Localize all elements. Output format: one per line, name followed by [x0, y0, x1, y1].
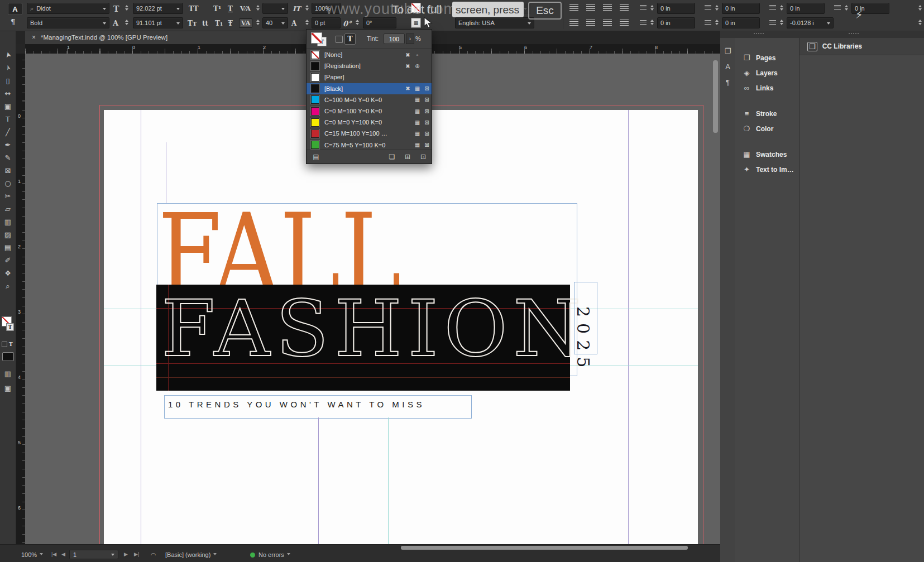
horizontal-scrollbar[interactable] [401, 546, 688, 550]
character-formatting-button[interactable]: A [8, 3, 22, 15]
align-right-button[interactable] [603, 4, 612, 11]
close-tab-icon[interactable]: × [32, 33, 36, 41]
swatch-row[interactable]: C=0 M=100 Y=0 K=0 ▦ ⊠ [307, 105, 432, 117]
leading-stepper[interactable] [123, 17, 130, 27]
space-before-field[interactable]: 0 in [787, 3, 825, 14]
vertical-scale-stepper[interactable] [304, 3, 310, 13]
swatch-row[interactable]: [None] ✖ ▫ [307, 49, 432, 60]
panel-tab[interactable]: ◈ Layers [735, 65, 799, 80]
ruler-origin-box[interactable] [16, 44, 26, 54]
table-icon[interactable]: ▦ [411, 18, 421, 28]
font-style-combo[interactable]: Bold [27, 17, 109, 28]
text-proxy-small-icon[interactable]: T [9, 342, 13, 347]
kerning-stepper[interactable] [255, 3, 261, 13]
fashion-headline[interactable]: FASHION [161, 290, 587, 368]
tint-field[interactable]: 100 [384, 33, 405, 44]
lightning-icon[interactable]: ⚡ [855, 8, 863, 21]
left-indent-field[interactable]: 0 in [657, 3, 695, 14]
tracking-field[interactable]: 40 [262, 17, 288, 28]
swatch-row[interactable]: C=15 M=100 Y=100 … ▦ ⊠ [307, 128, 432, 139]
formatting-affects-row[interactable]: T [2, 341, 14, 348]
formatting-affects-container-icon[interactable] [336, 36, 343, 43]
leading-field[interactable]: 91.101 pt [133, 17, 183, 28]
align-towards-spine-button[interactable] [620, 20, 629, 26]
paragraph-formatting-button[interactable]: ¶ [11, 18, 15, 26]
first-line-indent-stepper[interactable] [649, 17, 655, 27]
swatch-views-icon[interactable]: ▤ [311, 153, 321, 161]
language-combo[interactable]: English: USA [455, 17, 534, 28]
edge-stepper-2[interactable] [917, 17, 923, 27]
collapsed-panel-2[interactable]: A [722, 61, 733, 72]
first-page-button[interactable]: |◀ [51, 551, 56, 557]
first-line-indent-field[interactable]: 0 in [657, 17, 695, 28]
new-swatch-icon[interactable]: ⊞ [403, 153, 413, 161]
swatch-row[interactable]: C=0 M=0 Y=100 K=0 ▦ ⊠ [307, 117, 432, 128]
preflight-menu-icon[interactable]: ◠ [151, 551, 156, 559]
align-left-button[interactable] [569, 4, 578, 11]
previous-page-button[interactable]: ◀ [61, 551, 65, 557]
document-tab[interactable]: × *ManagingText.indd @ 100% [GPU Preview… [25, 31, 307, 44]
year-text[interactable]: 2025 [573, 306, 593, 373]
baseline-shift-stepper[interactable] [304, 17, 310, 27]
new-color-group-icon[interactable]: ❏ [387, 153, 397, 161]
delete-swatch-icon[interactable]: ⊡ [418, 153, 428, 161]
subtitle-text[interactable]: 10 TRENDS YOU WON'T WANT TO MISS [168, 400, 425, 409]
dock-grip[interactable] [754, 33, 764, 34]
subscript-button[interactable]: T₁ [215, 20, 223, 27]
swatch-row[interactable]: [Paper] [307, 71, 432, 83]
grid-offset-stepper[interactable] [778, 17, 784, 27]
vertical-ruler[interactable]: 0 1 2 3 4 5 6 [16, 54, 25, 544]
margin-guide-left[interactable] [141, 110, 141, 544]
view-options-button[interactable]: ▥ [2, 368, 14, 380]
panel-tab[interactable]: ≡ Stroke [735, 106, 799, 121]
collapsed-panel-1[interactable]: ❐ [722, 46, 733, 56]
last-line-indent-field[interactable]: 0 in [722, 17, 760, 28]
justify-right-button[interactable] [586, 20, 595, 26]
font-family-combo[interactable]: ⌕ Didot [27, 3, 109, 14]
skew-field[interactable]: 0° [363, 17, 396, 28]
panel-tab[interactable]: ❐ Pages [735, 50, 799, 65]
tracking-stepper[interactable] [255, 17, 261, 27]
preflight-profile[interactable]: [Basic] (working) [165, 551, 217, 558]
text-proxy-icon[interactable]: T [6, 323, 14, 331]
strikethrough-button[interactable]: Ŧ [228, 20, 233, 27]
presentation-button[interactable]: ▣ [2, 382, 14, 394]
preflight-status[interactable]: No errors [250, 551, 290, 558]
space-after-stepper[interactable] [843, 3, 849, 13]
zoom-level[interactable]: 100% [21, 551, 43, 558]
lower-guide-cyan[interactable] [388, 417, 389, 544]
font-size-field[interactable]: 92.022 pt [133, 3, 183, 14]
panel-tab[interactable]: ❍ Color [735, 121, 799, 136]
fill-none-proxy-icon[interactable] [311, 32, 322, 44]
grid-offset-field[interactable]: -0.0128 i [787, 17, 834, 28]
cc-libraries-header[interactable]: ❒ CC Libraries [799, 38, 924, 55]
panel-tab[interactable]: ∞ Links [735, 80, 799, 95]
justify-left-button[interactable] [620, 4, 629, 11]
edge-stepper-1[interactable] [917, 3, 923, 13]
right-indent-stepper[interactable] [714, 3, 720, 13]
underline-button[interactable]: T [228, 5, 233, 13]
skew-stepper[interactable] [354, 17, 360, 27]
baseline-shift-field[interactable]: 0 pt [312, 17, 341, 28]
left-indent-stepper[interactable] [649, 3, 655, 13]
justify-center-button[interactable] [569, 20, 578, 26]
fill-stroke-proxy[interactable]: T [2, 316, 14, 331]
tint-dropdown-arrow[interactable]: › [406, 33, 414, 44]
page-number-field[interactable]: 1 [69, 550, 118, 559]
vertical-scrollbar[interactable] [713, 60, 718, 133]
container-proxy-icon[interactable] [2, 342, 7, 347]
swatch-row[interactable]: [Black] ✖ ▦ ⊠ [307, 83, 432, 94]
lower-guide-purple[interactable] [318, 417, 319, 544]
last-line-indent-stepper[interactable] [714, 17, 720, 27]
collapsed-panel-3[interactable]: ¶ [722, 77, 733, 88]
lowercase-button[interactable]: tt [202, 20, 208, 27]
font-size-stepper[interactable] [123, 3, 130, 13]
justify-all-button[interactable] [603, 20, 612, 26]
swatch-row[interactable]: C=100 M=0 Y=0 K=0 ▦ ⊠ [307, 94, 432, 105]
swatch-row[interactable]: [Registration] ✖ ⊕ [307, 60, 432, 71]
next-page-button[interactable]: ▶ [124, 551, 128, 557]
last-page-button[interactable]: ▶| [134, 551, 139, 557]
margin-guide-right[interactable] [628, 110, 629, 544]
swatch-row[interactable]: C=75 M=5 Y=100 K=0 ▦ ⊠ [307, 140, 432, 151]
dock-grip[interactable] [849, 33, 859, 34]
